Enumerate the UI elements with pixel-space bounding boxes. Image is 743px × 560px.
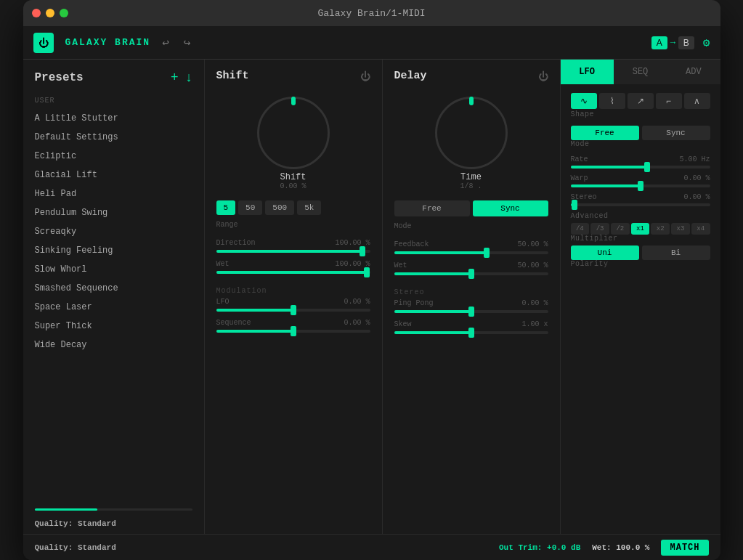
delay-knob-label: Time xyxy=(435,172,508,182)
delay-sync-button[interactable]: Sync xyxy=(473,200,548,216)
list-item[interactable]: Wide Decay xyxy=(23,336,204,354)
tab-adv[interactable]: ADV xyxy=(667,60,720,84)
delay-knob[interactable] xyxy=(435,97,508,169)
mult-div4[interactable]: /4 xyxy=(571,223,590,235)
list-item[interactable]: Space Laser xyxy=(23,298,204,317)
list-item[interactable]: Glacial Lift xyxy=(23,166,204,184)
shift-wet-label: Wet xyxy=(216,260,230,268)
shape-label: Shape xyxy=(571,110,710,118)
close-button[interactable] xyxy=(32,9,41,17)
lfo-content: ∿ ⌇ ↗ ⌐ ∧ Shape Free xyxy=(561,84,720,534)
range-50-button[interactable]: 50 xyxy=(238,200,262,215)
feedback-slider[interactable] xyxy=(394,251,548,254)
modulation-label: Modulation xyxy=(216,287,370,295)
lfo-label: LFO xyxy=(216,298,230,306)
shift-panel: Shift ⏻ Shift 0.00 % 5 50 500 xyxy=(205,60,383,534)
list-item[interactable]: Smashed Sequence xyxy=(23,279,204,298)
ping-pong-slider[interactable] xyxy=(394,310,548,313)
polarity-bi[interactable]: Bi xyxy=(642,245,710,260)
shift-knob[interactable] xyxy=(257,97,330,169)
redo-icon[interactable]: ↪ xyxy=(181,33,194,53)
delay-wet-slider[interactable] xyxy=(394,272,548,275)
delay-panel: Delay ⏻ Time 1/8 . Free Sync xyxy=(383,60,561,534)
shift-wet-slider[interactable] xyxy=(216,271,370,274)
shape-triangle[interactable]: ∧ xyxy=(684,93,710,109)
add-preset-button[interactable]: + xyxy=(171,70,179,85)
mult-div3[interactable]: /3 xyxy=(590,223,609,235)
match-button[interactable]: MATCH xyxy=(661,540,708,556)
polarity-uni[interactable]: Uni xyxy=(571,245,639,260)
stereo-slider[interactable] xyxy=(571,203,710,206)
app-window: Galaxy Brain/1-MIDI ⏻ GALAXY BRAIN ↩ ↪ A… xyxy=(23,0,720,560)
shape-ramp[interactable]: ⌐ xyxy=(656,93,682,109)
list-item[interactable]: Sinking Feeling xyxy=(23,241,204,260)
bottom-bar: Quality: Standard Out Trim: +0.0 dB Wet:… xyxy=(23,534,720,560)
maximize-button[interactable] xyxy=(60,9,68,17)
shape-sawtooth[interactable]: ↗ xyxy=(628,93,654,109)
lfo-tabs: LFO SEQ ADV xyxy=(561,60,720,84)
mult-x3[interactable]: x3 xyxy=(671,223,690,235)
list-item[interactable]: A Little Stutter xyxy=(23,109,204,128)
ab-section: A → B xyxy=(651,36,694,49)
list-item[interactable]: Slow Whorl xyxy=(23,260,204,279)
preset-list: A Little StutterDefault SettingsEcliptic… xyxy=(23,109,204,354)
lfo-value: 0.00 % xyxy=(344,298,370,306)
advanced-label: Advanced xyxy=(571,212,710,220)
settings-icon[interactable]: ⚙ xyxy=(703,36,710,50)
minimize-button[interactable] xyxy=(46,9,54,17)
sidebar-header: Presets + ↓ xyxy=(23,70,204,94)
delay-power-button[interactable]: ⏻ xyxy=(538,70,548,82)
lfo-free-button[interactable]: Free xyxy=(571,126,639,140)
range-5-button[interactable]: 5 xyxy=(216,200,236,215)
lfo-sync-button[interactable]: Sync xyxy=(642,126,710,140)
list-item[interactable]: Pendulum Swing xyxy=(23,203,204,222)
rate-slider[interactable] xyxy=(571,166,710,169)
shift-knob-value: 0.00 % xyxy=(257,182,330,190)
multiplier-label: Multiplier xyxy=(571,235,710,243)
lfo-stereo-value: 0.00 % xyxy=(683,193,710,201)
range-500-button[interactable]: 500 xyxy=(265,200,294,215)
delay-free-button[interactable]: Free xyxy=(394,200,470,216)
rate-value: 5.00 Hz xyxy=(679,155,710,163)
bottom-trim: Out Trim: +0.0 dB xyxy=(499,543,580,552)
delay-wet-label: Wet xyxy=(394,261,407,269)
download-preset-button[interactable]: ↓ xyxy=(186,70,192,85)
ab-a-button[interactable]: A xyxy=(651,36,667,49)
sequence-slider[interactable] xyxy=(216,330,370,333)
shape-sine[interactable]: ∿ xyxy=(571,93,597,109)
sidebar-quality: Quality: Standard xyxy=(35,516,192,534)
shift-power-button[interactable]: ⏻ xyxy=(360,70,370,82)
bottom-quality: Quality: Standard xyxy=(35,543,116,552)
list-item[interactable]: Ecliptic xyxy=(23,147,204,166)
polarity-buttons: Uni Bi xyxy=(571,245,710,260)
undo-icon[interactable]: ↩ xyxy=(159,33,172,53)
sidebar-progress: Quality: Standard xyxy=(23,503,204,534)
power-button[interactable]: ⏻ xyxy=(33,33,54,53)
lfo-slider[interactable] xyxy=(216,309,370,312)
shape-square[interactable]: ⌇ xyxy=(599,93,625,109)
mult-x1[interactable]: x1 xyxy=(631,223,650,235)
direction-slider[interactable] xyxy=(216,250,370,253)
mult-div2[interactable]: /2 xyxy=(611,223,630,235)
mult-x4[interactable]: x4 xyxy=(691,223,710,235)
warp-slider[interactable] xyxy=(571,184,710,187)
list-item[interactable]: Heli Pad xyxy=(23,184,204,203)
lfo-mode-label: Mode xyxy=(571,140,710,148)
brand-name: GALAXY BRAIN xyxy=(65,37,151,48)
list-item[interactable]: Default Settings xyxy=(23,128,204,147)
ab-arrow: → xyxy=(670,38,675,48)
mult-x2[interactable]: x2 xyxy=(651,223,670,235)
lfo-panel: LFO SEQ ADV ∿ ⌇ ↗ ⌐ ∧ xyxy=(561,60,720,534)
list-item[interactable]: Screaqky xyxy=(23,222,204,241)
title-bar: Galaxy Brain/1-MIDI xyxy=(23,0,720,26)
tab-seq[interactable]: SEQ xyxy=(614,60,667,84)
list-item[interactable]: Super Thick xyxy=(23,317,204,336)
sidebar-section-user: USER xyxy=(23,94,204,109)
delay-mode-label: Mode xyxy=(394,222,412,230)
ab-b-button[interactable]: B xyxy=(678,36,694,49)
skew-label: Skew xyxy=(394,320,412,328)
skew-slider[interactable] xyxy=(394,331,548,334)
range-5k-button[interactable]: 5k xyxy=(297,200,321,215)
bottom-wet: Wet: 100.0 % xyxy=(592,543,649,552)
tab-lfo[interactable]: LFO xyxy=(561,60,614,84)
